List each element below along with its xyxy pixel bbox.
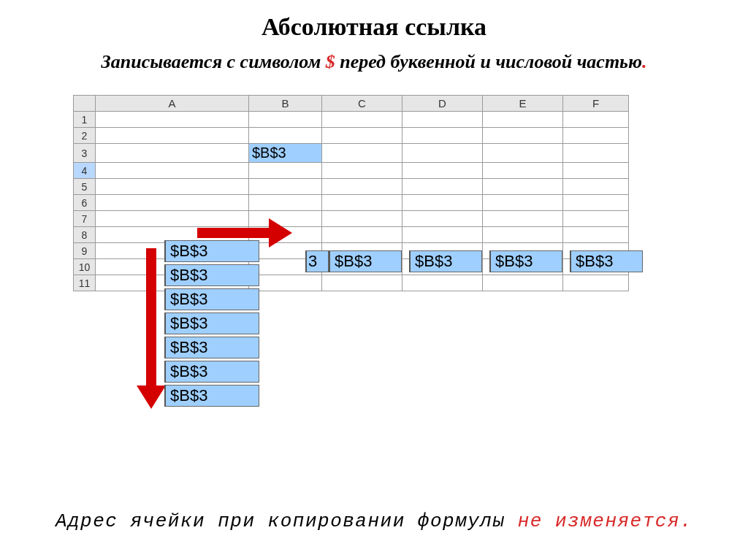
col-header-C: C (322, 96, 402, 112)
subtitle: Записывается с символом $ перед буквенно… (15, 51, 733, 73)
copied-cell-horiz-3: $B$3 (489, 250, 562, 272)
col-header-A: A (96, 96, 249, 112)
row-header-9: 9 (74, 243, 96, 259)
column-header-row: A B C D E F (74, 96, 629, 112)
subtitle-pre: Записывается с символом (102, 51, 326, 72)
dollar-symbol: $ (326, 51, 335, 72)
corner-cell (74, 96, 96, 112)
copied-cell-vert-1: $B$3 (164, 240, 259, 262)
subtitle-post: перед буквенной и числовой частью (335, 51, 642, 72)
footer-text: Адрес ячейки при копировании формулы не … (0, 510, 748, 532)
footer-black: Адрес ячейки при копировании формулы (56, 510, 505, 532)
subtitle-dot: . (642, 51, 647, 72)
copied-cell-vert-6: $B$3 (164, 361, 259, 383)
row-header-2: 2 (74, 128, 96, 144)
row-header-8: 8 (74, 227, 96, 243)
col-header-D: D (402, 96, 483, 112)
spreadsheet-illustration: A B C D E F 1 2 3 $B$3 4 5 6 7 8 9 10 11… (51, 95, 694, 431)
row-header-10: 10 (74, 259, 96, 275)
row-header-5: 5 (74, 179, 96, 195)
arrow-down-icon (139, 248, 162, 409)
col-header-B: B (249, 96, 322, 112)
page-title: Абсолютная ссылка (0, 13, 748, 41)
cell-B3: $B$3 (249, 144, 322, 163)
row-header-6: 6 (74, 195, 96, 211)
row-header-1: 1 (74, 112, 96, 128)
copied-cell-vert-2: $B$3 (164, 264, 259, 286)
row-header-3: 3 (74, 144, 96, 163)
copied-cell-horiz-label: 3 (305, 250, 329, 272)
col-header-F: F (563, 96, 629, 112)
col-header-E: E (483, 96, 563, 112)
row-header-11: 11 (74, 275, 96, 291)
row-header-7: 7 (74, 211, 96, 227)
copied-cell-vert-4: $B$3 (164, 312, 259, 334)
copied-cell-horiz-1: $B$3 (329, 250, 402, 272)
copied-cell-horiz-4: $B$3 (570, 250, 643, 272)
copied-cell-vert-5: $B$3 (164, 337, 259, 358)
copied-cell-horiz-2: $B$3 (409, 250, 482, 272)
footer-red: не изменяется. (505, 510, 693, 532)
copied-cell-vert-7: $B$3 (164, 385, 259, 407)
copied-cell-vert-3: $B$3 (164, 288, 259, 310)
row-header-4: 4 (74, 163, 96, 179)
